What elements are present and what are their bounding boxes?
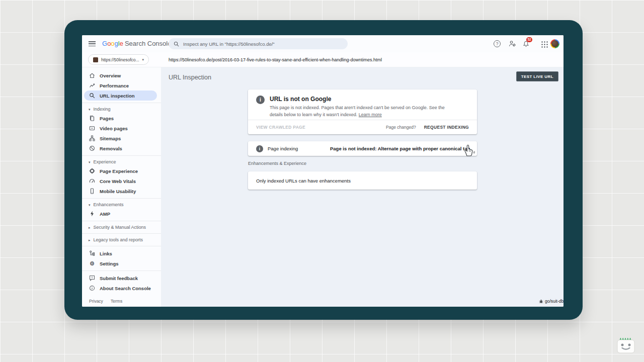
lightning-icon bbox=[89, 211, 95, 217]
caret-right-icon bbox=[89, 225, 91, 230]
pages-icon bbox=[89, 115, 95, 121]
divider bbox=[82, 233, 161, 234]
sidebar-label: Overview bbox=[100, 73, 121, 78]
info-circle-icon bbox=[256, 145, 263, 152]
sidebar-item-video-pages[interactable]: Video pages bbox=[82, 123, 161, 133]
sidebar-item-removals[interactable]: Removals bbox=[82, 143, 161, 153]
page-indexing-status: Page is not indexed: Alternate page with… bbox=[330, 146, 470, 151]
sidebar-section-experience[interactable]: Experience bbox=[82, 158, 161, 166]
window-footer: Privacy Terms go/suit-dbg bbox=[82, 299, 564, 305]
terms-link[interactable]: Terms bbox=[111, 299, 122, 304]
sidebar-item-performance[interactable]: Performance bbox=[82, 80, 161, 90]
sidebar-item-page-experience[interactable]: Page Experience bbox=[82, 166, 161, 176]
verdict-card-footer: VIEW CRAWLED PAGE Page changed? REQUEST … bbox=[248, 120, 477, 134]
sidebar-label: Removals bbox=[100, 146, 122, 151]
sitemaps-icon bbox=[89, 135, 95, 141]
logo-letter: G bbox=[102, 40, 107, 47]
main-content: URL Inspection TEST LIVE URL URL is not … bbox=[161, 67, 564, 307]
gear-icon: ⚙ bbox=[89, 260, 95, 266]
divider bbox=[82, 198, 161, 199]
google-apps-grid-icon[interactable] bbox=[541, 41, 548, 48]
speedometer-icon bbox=[89, 178, 95, 184]
mascot-robot-icon bbox=[615, 334, 637, 355]
verdict-body-text: This page is not indexed. Pages that are… bbox=[270, 105, 445, 117]
section-label: Enhancements bbox=[94, 202, 124, 207]
avatar[interactable] bbox=[550, 39, 559, 48]
sidebar-item-about[interactable]: About Search Console bbox=[82, 283, 161, 293]
verdict-card: URL is not on Google This page is not in… bbox=[248, 89, 477, 134]
page-experience-icon bbox=[89, 168, 95, 174]
search-console-window: GoogleSearch Console 52 https://50lineso… bbox=[82, 35, 564, 307]
sidebar-label: Submit feedback bbox=[100, 276, 138, 281]
property-row: https://50linesofco... https://50linesof… bbox=[82, 52, 564, 67]
topbar: GoogleSearch Console 52 bbox=[82, 35, 564, 52]
links-tree-icon bbox=[89, 250, 95, 256]
bug-icon bbox=[539, 299, 543, 304]
notifications-bell-icon[interactable]: 52 bbox=[523, 40, 529, 48]
search-icon bbox=[174, 41, 179, 47]
sidebar-label: AMP bbox=[100, 211, 110, 217]
removals-icon bbox=[89, 145, 95, 151]
view-crawled-page-button[interactable]: VIEW CRAWLED PAGE bbox=[256, 125, 305, 130]
verdict-card-top: URL is not on Google This page is not in… bbox=[248, 89, 477, 118]
debug-link-text: go/suit-dbg bbox=[545, 299, 564, 304]
info-icon bbox=[89, 285, 95, 291]
verdict-text-block: URL is not on Google This page is not in… bbox=[270, 96, 455, 118]
sidebar-item-settings[interactable]: ⚙ Settings bbox=[82, 258, 161, 268]
sidebar-label: Mobile Usability bbox=[100, 189, 136, 194]
divider bbox=[82, 103, 161, 103]
presentation-frame: GoogleSearch Console 52 https://50lineso… bbox=[64, 20, 583, 320]
caret-down-icon bbox=[89, 159, 91, 164]
page-indexing-row[interactable]: Page indexing Page is not indexed: Alter… bbox=[248, 141, 477, 156]
sidebar-item-url-inspection[interactable]: URL inspection bbox=[84, 90, 157, 101]
verdict-body: This page is not indexed. Pages that are… bbox=[270, 105, 455, 118]
sidebar-item-links[interactable]: Links bbox=[82, 248, 161, 258]
chevron-down-icon bbox=[142, 58, 144, 62]
sidebar-section-indexing[interactable]: Indexing bbox=[82, 105, 161, 113]
url-inspect-searchbar[interactable] bbox=[169, 38, 348, 49]
property-selector[interactable]: https://50linesofco... bbox=[88, 54, 149, 65]
debug-link[interactable]: go/suit-dbg bbox=[539, 299, 564, 304]
sidebar-item-amp[interactable]: AMP bbox=[82, 209, 161, 219]
sidebar-item-pages[interactable]: Pages bbox=[82, 113, 161, 123]
sidebar-item-mobile-usability[interactable]: Mobile Usability bbox=[82, 186, 161, 196]
privacy-link[interactable]: Privacy bbox=[89, 299, 103, 304]
test-live-url-button[interactable]: TEST LIVE URL bbox=[516, 71, 558, 81]
sidebar-section-enhancements[interactable]: Enhancements bbox=[82, 201, 161, 209]
section-label: Legacy tools and reports bbox=[94, 237, 143, 242]
section-label: Indexing bbox=[94, 107, 111, 112]
performance-chart-icon bbox=[89, 82, 95, 88]
help-icon[interactable] bbox=[494, 40, 501, 47]
divider bbox=[82, 155, 161, 156]
logo-suffix: Search Console bbox=[125, 40, 172, 47]
logo-letter: g bbox=[115, 40, 118, 47]
verdict-title: URL is not on Google bbox=[270, 96, 455, 103]
feedback-icon bbox=[89, 275, 95, 281]
sidebar-section-security[interactable]: Security & Manual Actions bbox=[82, 223, 161, 231]
request-indexing-button[interactable]: REQUEST INDEXING bbox=[424, 125, 469, 130]
user-settings-icon[interactable] bbox=[509, 40, 516, 48]
sidebar-section-legacy-tools[interactable]: Legacy tools and reports bbox=[82, 236, 161, 244]
sidebar-item-core-web-vitals[interactable]: Core Web Vitals bbox=[82, 176, 161, 186]
enhancements-card: Only indexed URLs can have enhancements bbox=[248, 171, 477, 190]
notification-badge: 52 bbox=[526, 37, 532, 42]
section-label: Security & Manual Actions bbox=[94, 225, 146, 230]
sidebar-label: About Search Console bbox=[100, 286, 151, 291]
divider bbox=[82, 270, 161, 271]
mobile-phone-icon bbox=[89, 188, 95, 194]
sidebar-label: Pages bbox=[100, 116, 114, 121]
avatar-photo bbox=[551, 40, 558, 47]
sidebar-item-sitemaps[interactable]: Sitemaps bbox=[82, 133, 161, 143]
search-input[interactable] bbox=[183, 41, 343, 47]
property-favicon bbox=[93, 57, 98, 62]
learn-more-link[interactable]: Learn more bbox=[359, 112, 382, 117]
enhancements-note: Only indexed URLs can have enhancements bbox=[256, 178, 351, 184]
sidebar-label: URL inspection bbox=[100, 93, 135, 99]
sidebar-item-submit-feedback[interactable]: Submit feedback bbox=[82, 273, 161, 283]
home-icon bbox=[89, 72, 95, 78]
property-label: https://50linesofco... bbox=[101, 57, 139, 62]
sidebar-label: Performance bbox=[100, 83, 129, 88]
caret-down-icon bbox=[89, 202, 91, 207]
hamburger-menu-icon[interactable] bbox=[89, 41, 96, 47]
sidebar-item-overview[interactable]: Overview bbox=[82, 70, 161, 80]
